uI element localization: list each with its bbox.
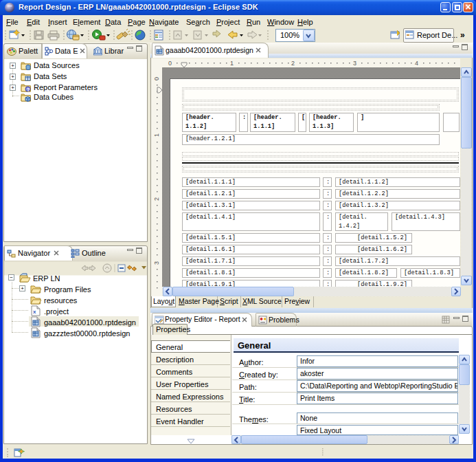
svg-text:1: 1 — [153, 133, 160, 137]
svg-text:3: 3 — [353, 60, 356, 67]
svg-text:4: 4 — [415, 60, 418, 67]
svg-text:0: 0 — [168, 60, 172, 67]
svg-text:0: 0 — [153, 77, 160, 80]
svg-text:2: 2 — [153, 197, 160, 201]
svg-text:3: 3 — [153, 261, 160, 265]
svg-text:x: x — [33, 309, 36, 315]
svg-text:2: 2 — [291, 60, 295, 67]
svg-text:1: 1 — [230, 60, 234, 67]
